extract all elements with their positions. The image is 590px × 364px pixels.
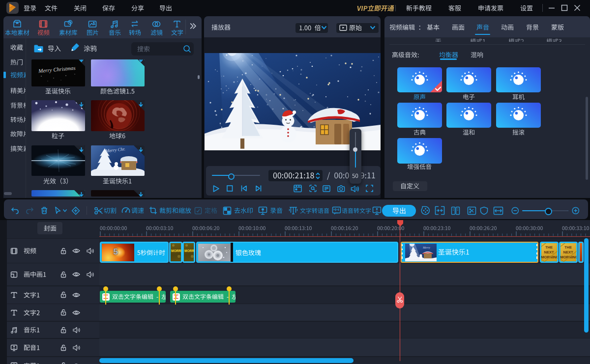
svg-text:Merry: Merry [422, 246, 430, 249]
